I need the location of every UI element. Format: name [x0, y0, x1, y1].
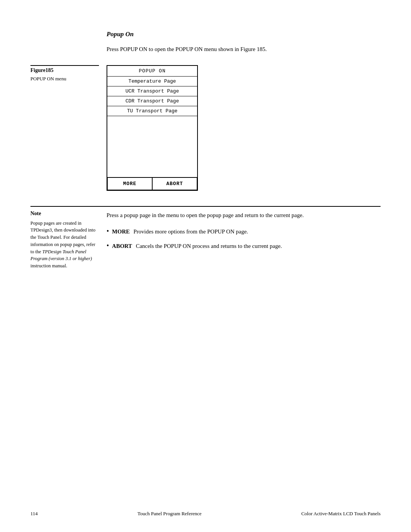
intro-text: Press POPUP ON to open the POPUP ON menu… — [107, 45, 381, 54]
note-content: Press a popup page in the menu to open t… — [107, 211, 381, 270]
note-section: Note Popup pages are created in TPDesign… — [30, 206, 381, 270]
footer-center: Touch Panel Program Reference — [137, 511, 201, 517]
popup-menu-item-cdr[interactable]: CDR Transport Page — [107, 96, 197, 106]
page-footer: 114 Touch Panel Program Reference Color … — [30, 511, 381, 517]
bullet-abort: • ABORT Cancels the POPUP ON process and… — [107, 242, 381, 251]
note-intro: Press a popup page in the menu to open t… — [107, 211, 381, 220]
more-button[interactable]: MORE — [107, 177, 152, 190]
figure-row: Figure185 POPUP ON menu POPUP ON Tempera… — [30, 65, 381, 191]
figure-sidebar: Figure185 POPUP ON menu — [30, 65, 107, 82]
popup-menu-empty — [107, 116, 197, 177]
more-description: Provides more options from the POPUP ON … — [134, 228, 248, 235]
note-sidebar-text: Popup pages are created in TPDesign3, th… — [30, 220, 99, 270]
footer-right: Color Active-Matrix LCD Touch Panels — [301, 511, 381, 517]
popup-menu-item-tu[interactable]: TU Transport Page — [107, 106, 197, 116]
popup-menu-item-temperature[interactable]: Temperature Page — [107, 77, 197, 86]
note-sidebar: Note Popup pages are created in TPDesign… — [30, 211, 107, 270]
more-keyword: MORE — [112, 228, 130, 235]
note-label: Note — [30, 211, 99, 217]
popup-menu-title: POPUP ON — [107, 66, 197, 77]
figure-caption: POPUP ON menu — [30, 76, 99, 82]
footer-page-number: 114 — [30, 511, 38, 517]
note-sidebar-text-part2: instruction manual. — [30, 263, 67, 268]
popup-menu-footer: MORE ABORT — [107, 177, 197, 190]
popup-menu: POPUP ON Temperature Page UCR Transport … — [107, 65, 198, 191]
figure-number: Figure185 — [30, 65, 99, 73]
bullet-more: • MORE Provides more options from the PO… — [107, 227, 381, 236]
content-area: Popup On Press POPUP ON to open the POPU… — [30, 30, 381, 281]
page-container: Popup On Press POPUP ON to open the POPU… — [0, 0, 411, 532]
abort-description: Cancels the POPUP ON process and returns… — [136, 243, 282, 249]
abort-button[interactable]: ABORT — [152, 177, 197, 190]
abort-keyword: ABORT — [112, 243, 132, 249]
section-heading: Popup On — [107, 30, 381, 38]
bullet-dot-abort: • — [107, 242, 109, 250]
bullet-dot-more: • — [107, 227, 109, 236]
bullet-more-text: MORE Provides more options from the POPU… — [112, 227, 248, 236]
popup-menu-item-ucr[interactable]: UCR Transport Page — [107, 86, 197, 96]
bullet-abort-text: ABORT Cancels the POPUP ON process and r… — [112, 242, 282, 251]
